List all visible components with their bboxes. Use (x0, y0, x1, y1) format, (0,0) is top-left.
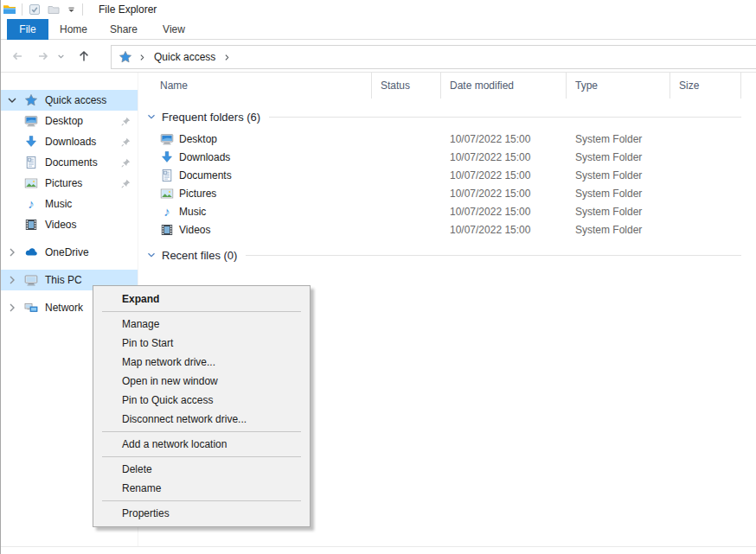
chevron-spacer (5, 156, 19, 169)
context-menu: ExpandManagePin to StartMap network driv… (93, 285, 311, 527)
file-date-modified: 10/07/2022 15:00 (450, 149, 530, 167)
tab-home[interactable]: Home (48, 19, 99, 40)
chevron-spacer (5, 197, 19, 211)
group-label: Recent files (0) (162, 249, 237, 262)
menu-separator (102, 311, 301, 312)
column-header-size[interactable]: Size (670, 73, 741, 99)
sidebar-item-label: This PC (45, 270, 82, 290)
menu-item-disconnect-network-drive[interactable]: Disconnect network drive... (93, 410, 310, 429)
titlebar-separator (82, 3, 83, 16)
menu-item-rename[interactable]: Rename (93, 479, 310, 498)
titlebar: File Explorer (0, 0, 756, 19)
qat-new-folder-icon[interactable] (47, 3, 61, 16)
column-headers: NameStatusDate modifiedTypeSize (138, 73, 756, 99)
sidebar-item-label: Music (45, 194, 72, 214)
file-type: System Folder (575, 131, 642, 149)
breadcrumb-chevron-icon (221, 52, 233, 63)
file-row-pictures[interactable]: Pictures10/07/2022 15:00System Folder (138, 185, 756, 203)
sidebar-item-videos[interactable]: Videos (0, 214, 138, 235)
thispc-icon (24, 273, 38, 287)
file-name: Desktop (179, 131, 217, 149)
file-name: Pictures (179, 185, 216, 203)
chevron-spacer (5, 218, 19, 232)
desktop-icon (24, 114, 38, 128)
menu-separator (102, 456, 301, 457)
menu-item-pin-to-quick-access[interactable]: Pin to Quick access (93, 391, 310, 410)
file-name: Downloads (179, 149, 230, 167)
column-header-type[interactable]: Type (567, 73, 670, 99)
desktop-icon (160, 132, 174, 146)
column-header-status[interactable]: Status (372, 73, 441, 99)
file-date-modified: 10/07/2022 15:00 (450, 167, 530, 185)
titlebar-separator (22, 3, 22, 16)
breadcrumb-item-quick-access[interactable]: Quick access (152, 51, 217, 63)
menu-item-expand[interactable]: Expand (93, 290, 310, 309)
forward-button[interactable] (36, 49, 50, 63)
documents-icon (160, 169, 174, 182)
tab-share[interactable]: Share (99, 19, 149, 40)
group-chevron-icon (145, 249, 157, 261)
sidebar-item-documents[interactable]: Documents (0, 152, 138, 173)
file-date-modified: 10/07/2022 15:00 (450, 221, 530, 239)
sidebar-item-label: Pictures (45, 173, 82, 194)
file-row-music[interactable]: ♪Music10/07/2022 15:00System Folder (138, 203, 756, 221)
pin-icon (120, 177, 132, 189)
navigation-bar: Quick access (0, 41, 756, 73)
file-row-desktop[interactable]: Desktop10/07/2022 15:00System Folder (138, 131, 756, 149)
sidebar-item-desktop[interactable]: Desktop (0, 111, 138, 131)
music-icon: ♪ (160, 205, 174, 219)
group-header-recent-files-0[interactable]: Recent files (0) (138, 245, 756, 265)
menu-item-add-a-network-location[interactable]: Add a network location (93, 435, 310, 454)
file-row-videos[interactable]: Videos10/07/2022 15:00System Folder (138, 221, 756, 239)
group-chevron-icon (145, 111, 157, 123)
recent-locations-dropdown[interactable] (55, 51, 67, 62)
pictures-icon (24, 176, 38, 190)
chevron-down-icon[interactable] (5, 93, 19, 107)
menu-item-delete[interactable]: Delete (93, 460, 310, 479)
chevron-spacer (5, 135, 19, 149)
menu-item-manage[interactable]: Manage (93, 315, 310, 334)
statusbar-top-border (0, 546, 756, 547)
network-icon (24, 301, 38, 315)
pin-icon (120, 156, 132, 169)
downloads-icon (24, 135, 38, 149)
menu-separator (102, 500, 301, 501)
chevron-right-icon[interactable] (5, 301, 19, 315)
sidebar-item-label: OneDrive (45, 242, 89, 263)
group-header-frequent-folders-6[interactable]: Frequent folders (6) (138, 106, 756, 127)
onedrive-icon (24, 245, 38, 259)
sidebar-item-music[interactable]: ♪Music (0, 194, 138, 214)
menu-item-pin-to-start[interactable]: Pin to Start (93, 334, 310, 353)
tab-file[interactable]: File (7, 19, 48, 40)
file-row-downloads[interactable]: Downloads10/07/2022 15:00System Folder (138, 149, 756, 167)
file-row-documents[interactable]: Documents10/07/2022 15:00System Folder (138, 167, 756, 185)
chevron-spacer (5, 114, 19, 128)
sidebar-item-pictures[interactable]: Pictures (0, 173, 138, 194)
chevron-right-icon[interactable] (5, 245, 19, 259)
downloads-icon (160, 150, 174, 164)
sidebar-item-label: Documents (45, 152, 98, 173)
pin-icon (120, 136, 132, 148)
sidebar-item-onedrive[interactable]: OneDrive (0, 242, 138, 263)
file-list: Frequent folders (6)Desktop10/07/2022 15… (138, 99, 756, 265)
quick-access-star-icon (24, 93, 38, 107)
pictures-icon (160, 187, 174, 201)
column-header-date-modified[interactable]: Date modified (441, 73, 567, 99)
qat-properties-icon[interactable] (28, 3, 42, 16)
sidebar-item-quick-access[interactable]: Quick access (0, 90, 138, 111)
menu-item-map-network-drive[interactable]: Map network drive... (93, 353, 310, 372)
videos-icon (24, 218, 38, 232)
column-header-name[interactable]: Name (138, 73, 372, 99)
up-button[interactable] (77, 49, 91, 63)
address-bar[interactable]: Quick access (111, 45, 756, 69)
sidebar-item-downloads[interactable]: Downloads (0, 131, 138, 152)
menu-item-open-in-new-window[interactable]: Open in new window (93, 372, 310, 391)
sidebar-item-label: Network (45, 297, 83, 318)
menu-item-properties[interactable]: Properties (93, 504, 310, 523)
tab-view[interactable]: View (149, 19, 199, 40)
file-name: Videos (179, 221, 210, 239)
qat-dropdown-icon[interactable] (66, 4, 77, 16)
chevron-right-icon[interactable] (5, 273, 19, 287)
group-label: Frequent folders (6) (162, 111, 260, 124)
back-button[interactable] (10, 49, 24, 63)
